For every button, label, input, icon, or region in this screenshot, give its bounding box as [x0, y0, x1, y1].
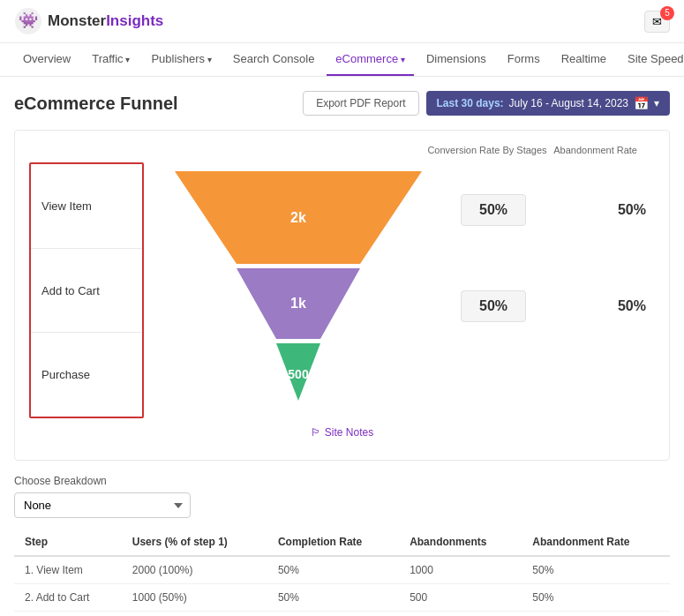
table-row: 1. View Item 2000 (100%) 50% 1000 50% — [14, 556, 670, 584]
logo: 👾 MonsterInsights — [14, 7, 163, 35]
table-row: 2. Add to Cart 1000 (50%) 50% 500 50% — [14, 584, 670, 612]
breakdown-label: Choose Breakdown — [14, 475, 670, 487]
notification-button[interactable]: ✉ 5 — [644, 11, 670, 33]
cell-step-1: 1. View Item — [14, 556, 122, 584]
svg-text:500: 500 — [288, 367, 309, 381]
funnel-stage-labels: View Item Add to Cart Purchase — [29, 162, 144, 418]
cell-step-3: 3. Purchase — [14, 612, 122, 617]
nav-item-realtime[interactable]: Realtime — [552, 43, 615, 76]
table-row: 3. Purchase 500 (25%) -- -- -- — [14, 612, 670, 617]
funnel-right-rates: 50% 50% 50% 50% — [452, 162, 655, 418]
logo-text: MonsterInsights — [48, 12, 163, 30]
breakdown-section: Choose Breakdown None Source Medium Camp… — [14, 475, 670, 518]
page-title: eCommerce Funnel — [14, 94, 178, 114]
nav-item-overview[interactable]: Overview — [14, 43, 79, 76]
page-header: eCommerce Funnel Export PDF Report Last … — [14, 91, 670, 116]
rate-row-2: 50% 50% — [461, 290, 646, 322]
date-range-value: July 16 - August 14, 2023 — [509, 97, 628, 109]
main-nav: Overview Traffic Publishers Search Conso… — [0, 43, 684, 77]
funnel-table: Step Users (% of step 1) Completion Rate… — [14, 529, 670, 616]
cell-users-3: 500 (25%) — [122, 612, 267, 617]
cell-completion-2: 50% — [267, 584, 399, 612]
cell-step-2: 2. Add to Cart — [14, 584, 122, 612]
col-header-step: Step — [14, 529, 122, 556]
rate-row-spacer — [461, 369, 646, 404]
abandonment-rate-val-2: 50% — [618, 298, 646, 314]
nav-item-dimensions[interactable]: Dimensions — [417, 43, 495, 76]
header: 👾 MonsterInsights ✉ 5 — [0, 0, 684, 43]
nav-item-search-console[interactable]: Search Console — [224, 43, 324, 76]
abandonment-rate-val-1: 50% — [618, 202, 646, 218]
col-header-completion: Completion Rate — [267, 529, 399, 556]
site-notes-label: Site Notes — [325, 426, 373, 439]
funnel-label-add-to-cart: Add to Cart — [31, 249, 142, 334]
nav-item-site-speed[interactable]: Site Speed — [619, 43, 684, 76]
col-header-abandonments: Abandonments — [399, 529, 522, 556]
table-head: Step Users (% of step 1) Completion Rate… — [14, 529, 670, 556]
site-notes-link[interactable]: 🏳 Site Notes — [311, 426, 373, 439]
svg-text:2k: 2k — [290, 210, 306, 225]
nav-item-publishers[interactable]: Publishers — [142, 43, 220, 76]
cell-abandonment-rate-3: -- — [522, 612, 670, 617]
funnel-container: Conversion Rate By Stages Abandonment Ra… — [14, 130, 670, 461]
conversion-rate-header: Conversion Rate By Stages — [425, 145, 549, 155]
abandonment-rate-header: Abandonment Rate — [549, 145, 637, 155]
cell-completion-1: 50% — [267, 556, 399, 584]
calendar-icon: 📅 — [634, 96, 649, 110]
export-pdf-button[interactable]: Export PDF Report — [303, 91, 418, 116]
nav-item-traffic[interactable]: Traffic — [83, 43, 139, 76]
date-range-button[interactable]: Last 30 days: July 16 - August 14, 2023 … — [426, 91, 670, 116]
cell-users-2: 1000 (50%) — [122, 584, 267, 612]
breakdown-select[interactable]: None Source Medium Campaign — [14, 492, 191, 518]
cell-abandonment-rate-2: 50% — [522, 584, 670, 612]
conversion-rate-box-2: 50% — [461, 290, 526, 322]
logo-icon: 👾 — [14, 7, 42, 35]
cell-users-1: 2000 (100%) — [122, 556, 267, 584]
funnel-chart: 2k 1k 500 — [144, 162, 452, 418]
main-content: eCommerce Funnel Export PDF Report Last … — [0, 77, 684, 616]
funnel-svg: 2k 1k 500 — [157, 162, 440, 418]
cell-completion-3: -- — [267, 612, 399, 617]
col-header-abandonment-rate: Abandonment Rate — [522, 529, 670, 556]
cell-abandonments-3: -- — [399, 612, 522, 617]
flag-icon: 🏳 — [311, 426, 321, 439]
notification-badge: 5 — [660, 6, 674, 20]
cell-abandonments-2: 500 — [399, 584, 522, 612]
funnel-column-headers: Conversion Rate By Stages Abandonment Ra… — [29, 145, 655, 155]
nav-item-forms[interactable]: Forms — [499, 43, 549, 76]
table-header-row: Step Users (% of step 1) Completion Rate… — [14, 529, 670, 556]
cell-abandonments-1: 1000 — [399, 556, 522, 584]
page-header-actions: Export PDF Report Last 30 days: July 16 … — [303, 91, 670, 116]
rate-row-1: 50% 50% — [461, 194, 646, 226]
site-notes: 🏳 Site Notes — [29, 418, 655, 446]
funnel-label-view-item: View Item — [31, 164, 142, 249]
funnel-label-purchase: Purchase — [31, 333, 142, 417]
svg-text:1k: 1k — [290, 296, 306, 311]
date-period-label: Last 30 days: — [437, 97, 504, 109]
chevron-down-icon: ▾ — [654, 97, 659, 109]
cell-abandonment-rate-1: 50% — [522, 556, 670, 584]
svg-text:👾: 👾 — [19, 11, 39, 30]
table-body: 1. View Item 2000 (100%) 50% 1000 50% 2.… — [14, 556, 670, 616]
nav-item-ecommerce[interactable]: eCommerce — [327, 43, 414, 76]
funnel-body: View Item Add to Cart Purchase 2k 1k — [29, 162, 655, 418]
conversion-rate-box-1: 50% — [461, 194, 526, 226]
col-header-users: Users (% of step 1) — [122, 529, 267, 556]
